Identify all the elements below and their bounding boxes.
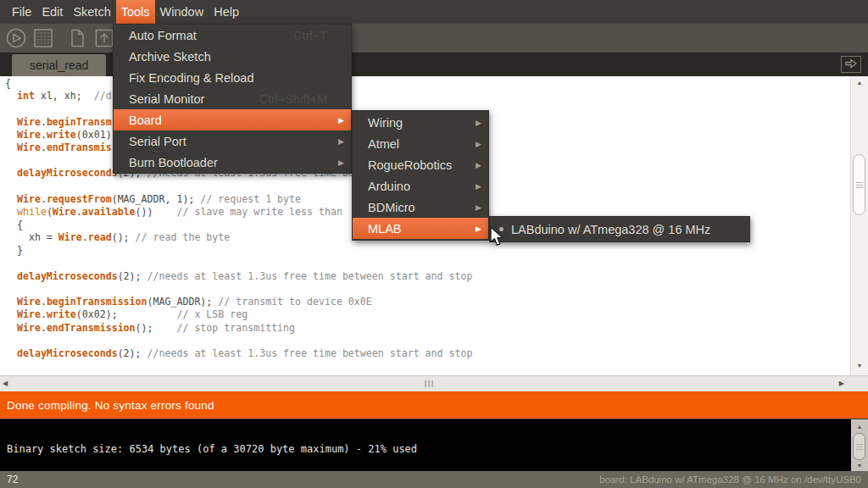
submenu-arrow-icon: ▶ — [476, 161, 481, 169]
board-submenu-item-atmel[interactable]: Atmel ▶ — [353, 133, 488, 154]
console-scroll-up-icon[interactable]: ▲ — [851, 424, 868, 430]
code-line — [5, 283, 849, 296]
menubar-item-help[interactable]: Help — [209, 0, 244, 24]
submenu-arrow-icon: ▶ — [476, 140, 481, 148]
scrollbar-grip-icon — [856, 180, 863, 190]
console-scrollbar[interactable]: ▲ ▼ — [851, 419, 868, 471]
code-line: Wire.beginTransmission(MAG_ADDR); // tra… — [5, 296, 849, 308]
editor-scrollbar-thumb[interactable] — [853, 154, 865, 215]
tab-menu-button[interactable] — [841, 56, 861, 73]
menubar-item-sketch[interactable]: Sketch — [68, 0, 115, 24]
tools-menu-item-archive-sketch[interactable]: Archive Sketch ▶ — [114, 46, 351, 67]
code-line: Wire.write(0x02); // x LSB reg — [5, 308, 849, 321]
menubar-item-edit[interactable]: Edit — [36, 0, 68, 24]
tab-menu-arrow-icon — [844, 58, 858, 72]
line-number-indicator: 72 — [7, 474, 18, 485]
verify-button[interactable] — [5, 27, 27, 49]
submenu-arrow-icon: ▶ — [338, 158, 344, 167]
horizontal-scroll-strip[interactable]: ◀ ▶ — [0, 375, 868, 391]
arduino-ide-window: FileEditSketchToolsWindowHelp serial_rea… — [0, 0, 868, 488]
submenu-arrow-icon: ▶ — [476, 119, 481, 127]
editor-vertical-scrollbar[interactable]: ▲ ▼ — [850, 76, 868, 375]
mlab-submenu: LABduino w/ ATmega328 @ 16 MHz — [489, 216, 750, 242]
board-port-indicator: board: LABduino w/ ATmega328 @ 16 MHz on… — [599, 474, 861, 485]
tools-menu-item-burn-bootloader[interactable]: Burn Bootloader ▶ — [114, 152, 351, 173]
code-line — [5, 258, 849, 270]
scrollbar-grip-icon — [856, 442, 863, 452]
menubar: FileEditSketchToolsWindowHelp — [0, 0, 868, 24]
board-submenu-item-bdmicro[interactable]: BDMicro ▶ — [353, 197, 488, 218]
verify-icon — [5, 27, 27, 52]
new-sketch-button[interactable] — [66, 27, 88, 49]
tools-menu-item-serial-port[interactable]: Serial Port ▶ — [114, 130, 351, 152]
tools-menu-item-auto-format[interactable]: Auto Format Ctrl+T ▶ — [114, 25, 351, 46]
scroll-down-icon[interactable]: ▼ — [851, 363, 868, 369]
footer-statusbar: 72 board: LABduino w/ ATmega328 @ 16 MHz… — [0, 471, 868, 488]
console-text: Binary sketch size: 6534 bytes (of a 307… — [7, 443, 417, 455]
mouse-cursor — [489, 226, 505, 252]
board-submenu-item-mlab[interactable]: MLAB ▶ — [353, 218, 488, 239]
code-line: Wire.endTransmission(); // stop transmit… — [5, 322, 849, 335]
stop-button[interactable] — [32, 27, 54, 49]
tools-menu: Auto Format Ctrl+T ▶ Archive Sketch ▶ Fi… — [113, 24, 352, 174]
console-scroll-down-icon[interactable]: ▼ — [851, 463, 868, 469]
menu-shortcut-label: Ctrl+T — [293, 29, 344, 42]
mlab-submenu-item-labduino[interactable]: LABduino w/ ATmega328 @ 16 MHz — [490, 217, 749, 241]
submenu-arrow-icon: ▶ — [476, 225, 481, 233]
status-message-bar: Done compiling. No syntax errors found — [0, 391, 868, 419]
console-scrollbar-thumb[interactable] — [853, 433, 865, 460]
menu-shortcut-label: Ctrl+Shift+M — [259, 92, 344, 106]
stop-icon — [32, 27, 54, 52]
board-submenu-item-arduino[interactable]: Arduino ▶ — [353, 175, 488, 197]
menubar-item-window[interactable]: Window — [155, 0, 209, 24]
code-line: delayMicroseconds(2); //needs at least 1… — [5, 347, 849, 360]
submenu-arrow-icon: ▶ — [338, 137, 344, 146]
tab-serial-read[interactable]: serial_read — [12, 54, 106, 76]
compile-status-text: Done compiling. No syntax errors found — [7, 399, 214, 412]
code-line — [5, 335, 849, 347]
submenu-arrow-icon: ▶ — [338, 116, 344, 125]
code-line: } — [5, 244, 849, 257]
code-line: delayMicroseconds(2); //needs at least 1… — [5, 270, 849, 283]
tools-menu-item-board[interactable]: Board ▶ — [114, 109, 351, 130]
submenu-arrow-icon: ▶ — [476, 182, 481, 191]
scroll-up-icon[interactable]: ▲ — [851, 80, 868, 86]
tools-menu-item-fix-encoding-reload[interactable]: Fix Encoding & Reload ▶ — [114, 67, 351, 88]
tools-menu-item-serial-monitor[interactable]: Serial Monitor Ctrl+Shift+M ▶ — [114, 88, 351, 109]
board-submenu-item-wiring[interactable]: Wiring ▶ — [353, 112, 488, 133]
board-submenu-item-roguerobotics[interactable]: RogueRobotics ▶ — [353, 154, 488, 175]
new-sketch-icon — [66, 27, 88, 52]
console-output: Binary sketch size: 6534 bytes (of a 307… — [0, 419, 868, 471]
submenu-arrow-icon: ▶ — [476, 203, 481, 212]
scroll-right-icon[interactable]: ▶ — [839, 380, 844, 387]
menubar-item-tools[interactable]: Tools — [116, 0, 155, 24]
scroll-left-icon[interactable]: ◀ — [3, 380, 8, 387]
pane-splitter-handle[interactable] — [425, 380, 433, 387]
menubar-item-file[interactable]: File — [7, 0, 36, 24]
board-submenu: Wiring ▶ Atmel ▶ RogueRobotics ▶ Arduino… — [352, 110, 489, 241]
